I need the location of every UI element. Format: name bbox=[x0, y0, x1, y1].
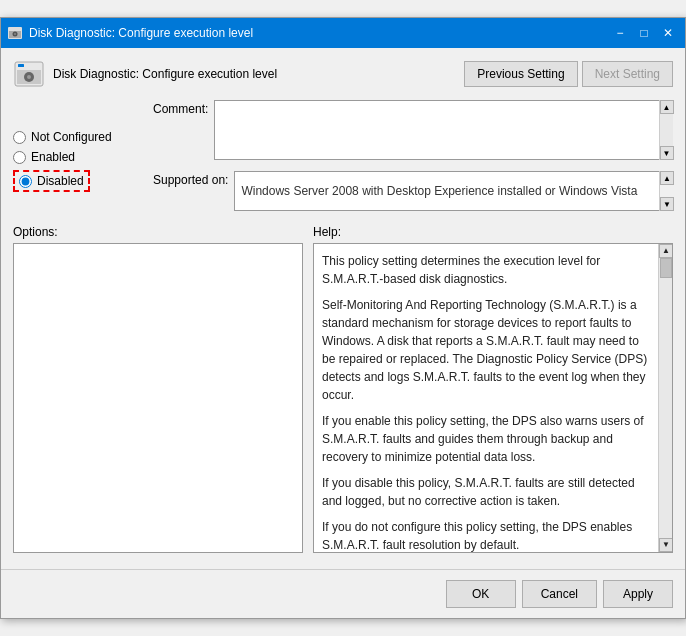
help-scroll-track bbox=[659, 258, 672, 538]
help-scroll-thumb[interactable] bbox=[660, 258, 672, 278]
supported-label: Supported on: bbox=[153, 173, 228, 187]
help-label: Help: bbox=[313, 225, 673, 239]
disabled-radio[interactable] bbox=[19, 175, 32, 188]
supported-scroll-down[interactable]: ▼ bbox=[660, 197, 674, 211]
title-bar-text: Disk Diagnostic: Configure execution lev… bbox=[29, 26, 253, 40]
supported-inner: Windows Server 2008 with Desktop Experie… bbox=[234, 171, 673, 211]
help-box: This policy setting determines the execu… bbox=[313, 243, 673, 553]
comment-label: Comment: bbox=[153, 102, 208, 116]
left-panel: Not Configured Enabled Disabled bbox=[13, 100, 143, 221]
title-bar-buttons: − □ ✕ bbox=[609, 22, 679, 44]
supported-scroll-up[interactable]: ▲ bbox=[660, 171, 674, 185]
dialog-content: Disk Diagnostic: Configure execution lev… bbox=[1, 48, 685, 563]
svg-rect-8 bbox=[18, 64, 24, 67]
help-scroll-up[interactable]: ▲ bbox=[659, 244, 673, 258]
dialog-window: Disk Diagnostic: Configure execution lev… bbox=[0, 17, 686, 619]
previous-setting-button[interactable]: Previous Setting bbox=[464, 61, 577, 87]
comment-scrollbar: ▲ ▼ bbox=[659, 100, 673, 160]
svg-point-7 bbox=[27, 75, 31, 79]
close-button[interactable]: ✕ bbox=[657, 22, 679, 44]
minimize-button[interactable]: − bbox=[609, 22, 631, 44]
not-configured-label: Not Configured bbox=[31, 130, 112, 144]
title-bar-icon bbox=[7, 25, 23, 41]
disabled-option[interactable]: Disabled bbox=[13, 170, 143, 192]
disabled-radio-wrapper: Disabled bbox=[13, 170, 90, 192]
disabled-label: Disabled bbox=[37, 174, 84, 188]
ok-button[interactable]: OK bbox=[446, 580, 516, 608]
options-section: Options: bbox=[13, 225, 303, 553]
main-area: Not Configured Enabled Disabled bbox=[13, 100, 673, 221]
maximize-button[interactable]: □ bbox=[633, 22, 655, 44]
header-title: Disk Diagnostic: Configure execution lev… bbox=[53, 67, 277, 81]
radio-group: Not Configured Enabled Disabled bbox=[13, 130, 143, 192]
header-row: Disk Diagnostic: Configure execution lev… bbox=[13, 58, 673, 90]
enabled-radio[interactable] bbox=[13, 151, 26, 164]
bottom-row: Options: Help: This policy setting deter… bbox=[13, 225, 673, 553]
supported-scrollbar: ▲ ▼ bbox=[659, 171, 673, 211]
help-content: This policy setting determines the execu… bbox=[322, 252, 664, 553]
help-scrollbar: ▲ ▼ bbox=[658, 244, 672, 552]
header-disk-icon bbox=[13, 58, 45, 90]
options-box bbox=[13, 243, 303, 553]
help-section: Help: This policy setting determines the… bbox=[313, 225, 673, 553]
options-label: Options: bbox=[13, 225, 303, 239]
not-configured-option[interactable]: Not Configured bbox=[13, 130, 143, 144]
comment-scroll-down[interactable]: ▼ bbox=[660, 146, 674, 160]
comment-wrapper: ▲ ▼ bbox=[214, 100, 673, 163]
header-buttons: Previous Setting Next Setting bbox=[464, 61, 673, 87]
not-configured-radio[interactable] bbox=[13, 131, 26, 144]
next-setting-button[interactable]: Next Setting bbox=[582, 61, 673, 87]
supported-wrapper: Windows Server 2008 with Desktop Experie… bbox=[234, 171, 673, 211]
comment-scroll-track bbox=[660, 114, 673, 146]
enabled-label: Enabled bbox=[31, 150, 75, 164]
right-panel: Comment: ▲ ▼ Supported on: bbox=[153, 100, 673, 221]
title-bar: Disk Diagnostic: Configure execution lev… bbox=[1, 18, 685, 48]
cancel-button[interactable]: Cancel bbox=[522, 580, 597, 608]
title-bar-left: Disk Diagnostic: Configure execution lev… bbox=[7, 25, 253, 41]
header-left: Disk Diagnostic: Configure execution lev… bbox=[13, 58, 277, 90]
comment-section: Comment: ▲ ▼ bbox=[153, 100, 673, 163]
svg-point-3 bbox=[14, 33, 16, 35]
supported-section: Supported on: Windows Server 2008 with D… bbox=[153, 171, 673, 211]
apply-button[interactable]: Apply bbox=[603, 580, 673, 608]
supported-value: Windows Server 2008 with Desktop Experie… bbox=[241, 184, 637, 198]
footer: OK Cancel Apply bbox=[1, 569, 685, 618]
comment-scroll-up[interactable]: ▲ bbox=[660, 100, 674, 114]
help-scroll-down[interactable]: ▼ bbox=[659, 538, 673, 552]
enabled-option[interactable]: Enabled bbox=[13, 150, 143, 164]
comment-textarea[interactable] bbox=[214, 100, 673, 160]
